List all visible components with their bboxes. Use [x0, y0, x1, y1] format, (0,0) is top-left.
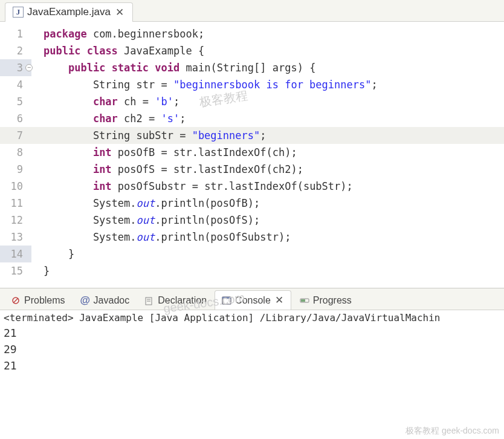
svg-rect-8	[301, 299, 305, 302]
bottom-panel: Problems @ Javadoc Declaration Console ✕…	[0, 288, 504, 376]
editor-tab[interactable]: J JavaExample.java ✕	[5, 2, 133, 22]
code-line[interactable]: 15}	[0, 262, 504, 279]
bottom-tab-bar: Problems @ Javadoc Declaration Console ✕…	[0, 288, 504, 310]
code-text[interactable]: int posOfS = str.lastIndexOf(ch2);	[31, 161, 504, 178]
line-number: 8	[0, 144, 31, 161]
close-icon[interactable]: ✕	[274, 294, 285, 307]
code-line[interactable]: 14 }	[0, 246, 504, 262]
line-number: 7	[0, 127, 31, 144]
code-text[interactable]: System.out.println(posOfSubstr);	[31, 229, 504, 246]
line-number: 1	[0, 25, 31, 42]
svg-rect-6	[222, 297, 231, 299]
code-line[interactable]: 1package com.beginnersbook;	[0, 25, 504, 42]
console-icon	[221, 295, 232, 306]
code-line[interactable]: 9 int posOfS = str.lastIndexOf(ch2);	[0, 161, 504, 178]
code-text[interactable]: int posOfB = str.lastIndexOf(ch);	[31, 144, 504, 161]
code-line[interactable]: 12 System.out.println(posOfS);	[0, 212, 504, 229]
editor-tab-label: JavaExample.java	[27, 6, 111, 18]
line-number: 15	[0, 262, 31, 279]
code-text[interactable]: System.out.println(posOfS);	[31, 212, 504, 229]
declaration-icon	[144, 295, 155, 306]
tab-label: Declaration	[158, 295, 207, 306]
tab-label: Problems	[24, 295, 65, 306]
line-number: 11	[0, 195, 31, 212]
code-text[interactable]: }	[31, 262, 504, 279]
console-status: <terminated> JavaExample [Java Applicati…	[0, 310, 504, 325]
java-file-icon: J	[13, 7, 24, 18]
code-text[interactable]: char ch = 'b';	[31, 93, 504, 110]
console-line: 29	[4, 341, 500, 357]
line-number: 10	[0, 178, 31, 195]
code-text[interactable]: public class JavaExample {	[31, 42, 504, 59]
line-number: 5	[0, 93, 31, 110]
fold-toggle-icon[interactable]: −	[25, 64, 33, 71]
tab-console[interactable]: Console ✕	[215, 290, 291, 310]
line-number: 6	[0, 110, 31, 127]
tab-progress[interactable]: Progress	[292, 291, 358, 309]
problems-icon	[10, 295, 21, 306]
code-text[interactable]: int posOfSubstr = str.lastIndexOf(subStr…	[31, 178, 504, 195]
line-number: 14	[0, 246, 31, 262]
code-text[interactable]: String subStr = "beginners";	[31, 127, 504, 144]
code-line[interactable]: 3− public static void main(String[] args…	[0, 59, 504, 76]
editor-tab-bar: J JavaExample.java ✕	[0, 0, 504, 22]
close-icon[interactable]: ✕	[114, 6, 125, 19]
tab-label: Console	[235, 295, 271, 306]
tab-declaration[interactable]: Declaration	[137, 291, 213, 309]
code-line[interactable]: 4 String str = "beginnersbook is for beg…	[0, 76, 504, 93]
tab-javadoc[interactable]: @ Javadoc	[73, 291, 137, 309]
console-line: 21	[4, 325, 500, 341]
tab-label: Javadoc	[94, 295, 130, 306]
footer-watermark: 极客教程 geek-docs.com	[405, 426, 499, 437]
code-line[interactable]: 2public class JavaExample {	[0, 42, 504, 59]
code-line[interactable]: 8 int posOfB = str.lastIndexOf(ch);	[0, 144, 504, 161]
line-number: 4	[0, 76, 31, 93]
code-line[interactable]: 11 System.out.println(posOfB);	[0, 195, 504, 212]
tab-label: Progress	[313, 295, 352, 306]
line-number: 2	[0, 42, 31, 59]
javadoc-icon: @	[80, 295, 91, 306]
code-line[interactable]: 6 char ch2 = 's';	[0, 110, 504, 127]
code-line[interactable]: 10 int posOfSubstr = str.lastIndexOf(sub…	[0, 178, 504, 195]
code-line[interactable]: 5 char ch = 'b';	[0, 93, 504, 110]
console-output: 212921	[0, 325, 504, 376]
code-text[interactable]: char ch2 = 's';	[31, 110, 504, 127]
code-text[interactable]: public static void main(String[] args) {	[31, 59, 504, 76]
code-line[interactable]: 7 String subStr = "beginners";	[0, 127, 504, 144]
line-number: 12	[0, 212, 31, 229]
tab-problems[interactable]: Problems	[4, 291, 72, 309]
code-text[interactable]: System.out.println(posOfB);	[31, 195, 504, 212]
svg-line-1	[13, 298, 18, 303]
code-text[interactable]: package com.beginnersbook;	[31, 25, 504, 42]
code-editor[interactable]: 1package com.beginnersbook;2public class…	[0, 22, 504, 288]
code-text[interactable]: }	[31, 246, 504, 262]
progress-icon	[299, 295, 310, 306]
code-text[interactable]: String str = "beginnersbook is for begin…	[31, 76, 504, 93]
line-number: 3−	[0, 59, 31, 76]
code-line[interactable]: 13 System.out.println(posOfSubstr);	[0, 229, 504, 246]
line-number: 9	[0, 161, 31, 178]
line-number: 13	[0, 229, 31, 246]
console-line: 21	[4, 357, 500, 374]
